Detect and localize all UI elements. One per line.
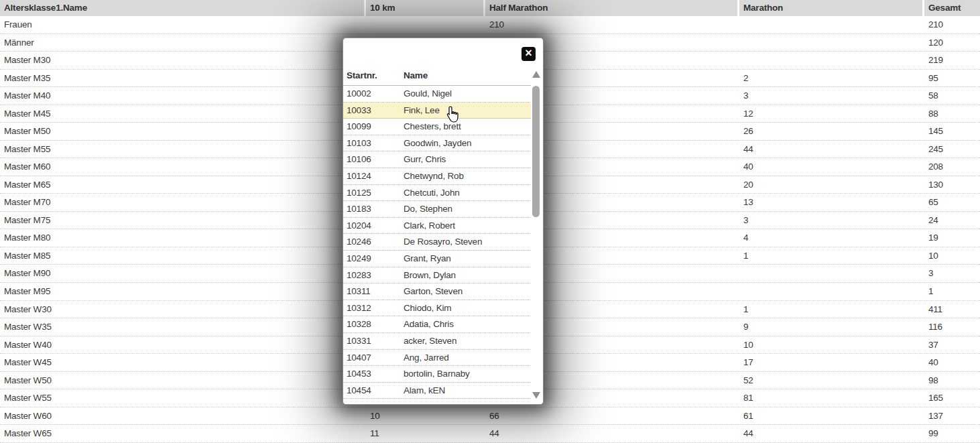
cell-gesamt[interactable]: 120 (924, 34, 980, 52)
cell-marathon[interactable]: 44 (739, 141, 924, 158)
cell-marathon[interactable]: 52 (739, 372, 924, 389)
cell-gesamt[interactable]: 245 (924, 141, 980, 158)
participant-row[interactable]: 10183Do, Stephen (343, 201, 532, 218)
participant-row[interactable]: 10002Gould, Nigel (343, 86, 532, 103)
participant-row[interactable]: 10312Chiodo, Kim (343, 300, 532, 317)
cell-half-marathon[interactable]: 44 (485, 425, 739, 442)
cell-gesamt[interactable]: 95 (924, 70, 980, 87)
participant-row[interactable]: 10099Chesters, brett (343, 119, 532, 135)
row-label: Master W50 (0, 372, 366, 389)
column-header-10km[interactable]: 10 km (366, 0, 485, 16)
participant-row[interactable]: 10249Grant, Ryan (343, 251, 532, 267)
cell-gesamt[interactable]: 130 (924, 176, 980, 194)
cell-gesamt[interactable]: 88 (924, 105, 980, 123)
cell-marathon[interactable]: 3 (739, 212, 924, 229)
column-header-half-marathon[interactable]: Half Marathon (485, 0, 739, 16)
participant-row[interactable]: 10204Clark, Robert (343, 218, 532, 235)
cell-half-marathon[interactable]: 210 (485, 16, 739, 34)
participant-row[interactable]: 10246De Rosayro, Steven (343, 234, 532, 251)
cell-marathon[interactable]: 1 (739, 301, 924, 318)
participant-name: Adatia, Chris (404, 316, 532, 332)
scroll-down-icon[interactable] (532, 392, 540, 399)
cell-marathon[interactable]: 81 (739, 389, 924, 407)
cell-marathon[interactable]: 40 (739, 158, 924, 176)
cell-gesamt[interactable]: 40 (924, 354, 980, 371)
cell-gesamt[interactable]: 145 (924, 123, 980, 140)
cell-gesamt[interactable]: 10 (924, 247, 980, 265)
row-label: Master M65 (0, 176, 366, 194)
row-label: Master M50 (0, 123, 366, 140)
participant-row[interactable]: 10106Gurr, Chris (343, 151, 532, 168)
cell-marathon[interactable]: 1 (739, 247, 924, 265)
participant-startnr: 10407 (347, 350, 404, 366)
column-header-altersklasse[interactable]: Altersklasse1.Name (0, 0, 366, 16)
cell-gesamt[interactable]: 411 (924, 301, 980, 318)
participant-name: Ang, Jarred (404, 350, 532, 366)
participant-row[interactable]: 10328Adatia, Chris (343, 316, 532, 333)
cell-gesamt[interactable]: 58 (924, 87, 980, 105)
column-header-marathon[interactable]: Marathon (739, 0, 924, 16)
participant-row[interactable]: 10455Palmer, Jack (343, 399, 532, 403)
cell-marathon[interactable]: 44 (739, 425, 924, 442)
cell-gesamt[interactable]: 137 (924, 407, 980, 425)
participant-startnr: 10312 (347, 300, 404, 316)
participant-row[interactable]: 10125Chetcuti, John (343, 185, 532, 202)
cell-marathon[interactable]: 20 (739, 176, 924, 194)
participant-startnr: 10204 (347, 218, 404, 234)
scroll-up-icon[interactable] (532, 71, 540, 78)
scrollbar-thumb[interactable] (532, 86, 540, 217)
cell-marathon[interactable]: 61 (739, 407, 924, 425)
cell-marathon[interactable]: 13 (739, 194, 924, 211)
participant-row[interactable]: 10311Garton, Steven (343, 283, 532, 300)
cell-marathon[interactable]: 3 (739, 87, 924, 105)
participant-startnr: 10183 (347, 201, 404, 217)
participant-name: Garton, Steven (404, 283, 532, 300)
cell-marathon[interactable]: 17 (739, 354, 924, 371)
cell-gesamt[interactable]: 219 (924, 52, 980, 69)
cell-marathon[interactable]: 9 (739, 318, 924, 336)
cell-half-marathon[interactable]: 66 (485, 407, 739, 425)
participant-row[interactable]: 10453bortolin, Barnaby (343, 366, 532, 383)
participant-row[interactable]: 10407Ang, Jarred (343, 350, 532, 367)
close-button[interactable]: × (522, 47, 536, 61)
cell-gesamt[interactable]: 208 (924, 158, 980, 176)
participant-row[interactable]: 10124Chetwynd, Rob (343, 168, 532, 185)
cell-gesamt[interactable]: 116 (924, 318, 980, 336)
cell-marathon[interactable]: 2 (739, 70, 924, 87)
participant-row[interactable]: 10033Fink, Lee (343, 103, 532, 119)
row-label: Männer (0, 34, 366, 52)
cell-gesamt[interactable]: 1 (924, 283, 980, 300)
participant-row[interactable]: 10103Goodwin, Jayden (343, 135, 532, 152)
cell-gesamt[interactable]: 98 (924, 372, 980, 389)
scrollbar[interactable] (531, 69, 542, 401)
cell-marathon[interactable]: 4 (739, 229, 924, 247)
participant-row[interactable]: 10283Brown, Dylan (343, 267, 532, 284)
cell-gesamt[interactable]: 165 (924, 389, 980, 407)
page: Altersklasse1.Name 10 km Half Marathon M… (0, 0, 980, 443)
cell-marathon[interactable]: 10 (739, 336, 924, 354)
cell-10km (366, 16, 485, 34)
table-row: Master W60106661137 (0, 407, 980, 426)
participant-name: De Rosayro, Steven (404, 234, 532, 250)
cell-marathon[interactable]: 12 (739, 105, 924, 123)
participant-name: Alam, kEN (404, 383, 532, 399)
cell-gesamt[interactable]: 210 (924, 16, 980, 34)
cell-marathon[interactable]: 26 (739, 123, 924, 140)
startnr-column-header: Startnr. (347, 68, 404, 85)
dialog-titlebar: × (343, 38, 543, 68)
cell-gesamt[interactable]: 3 (924, 265, 980, 282)
participant-name: Goodwin, Jayden (404, 135, 532, 151)
participant-name: Chiodo, Kim (404, 300, 532, 316)
cell-gesamt[interactable]: 65 (924, 194, 980, 211)
participant-startnr: 10455 (347, 399, 404, 403)
participant-row[interactable]: 10331acker, Steven (343, 333, 532, 350)
cell-gesamt[interactable]: 99 (924, 425, 980, 442)
row-label: Master W60 (0, 407, 366, 425)
column-header-gesamt[interactable]: Gesamt (924, 0, 980, 16)
cell-gesamt[interactable]: 19 (924, 229, 980, 247)
cell-10km[interactable]: 11 (366, 425, 485, 442)
cell-gesamt[interactable]: 37 (924, 336, 980, 354)
cell-gesamt[interactable]: 24 (924, 212, 980, 229)
cell-10km[interactable]: 10 (366, 407, 485, 425)
participant-row[interactable]: 10454Alam, kEN (343, 383, 532, 399)
